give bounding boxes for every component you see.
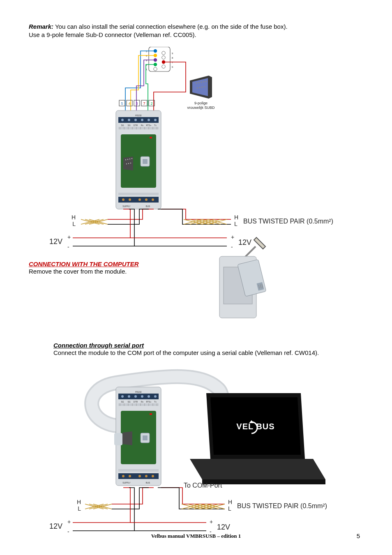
heading-serial-port: Connection through serial port	[53, 342, 363, 349]
svg-point-167	[138, 475, 141, 477]
svg-text:Rx: Rx	[141, 401, 144, 403]
svg-point-137	[141, 395, 143, 398]
remark-block: Remark: You can also install the serial …	[29, 23, 363, 39]
svg-text:vrouwelijk SUBD: vrouwelijk SUBD	[187, 106, 215, 110]
svg-text:3: 3	[146, 59, 148, 62]
text-remove-cover: Remove the cover from the module.	[29, 267, 363, 276]
svg-point-38	[141, 119, 143, 121]
svg-text:12V: 12V	[49, 237, 62, 246]
svg-text:SG: SG	[121, 401, 124, 403]
figure-subd-wiring: 5 4 3 2 1 9 8 7 6 9-polige	[38, 47, 354, 256]
footer-text: Velbus manual VMBRSUSB – edition 1	[0, 533, 392, 539]
svg-point-74	[129, 198, 131, 201]
svg-point-65	[131, 158, 132, 159]
svg-text:DTR: DTR	[134, 401, 138, 403]
svg-text:Tx: Tx	[154, 124, 157, 127]
remark-text-line1: You can also install the serial connecti…	[53, 23, 288, 30]
svg-text:Rx: Rx	[141, 124, 144, 127]
svg-text:RTS+: RTS+	[146, 401, 152, 403]
svg-point-25	[203, 81, 204, 82]
svg-marker-160	[122, 431, 132, 445]
svg-text:5: 5	[146, 50, 148, 53]
svg-text:4: 4	[146, 55, 148, 57]
page-number: 5	[357, 532, 360, 539]
svg-rect-48	[118, 127, 159, 129]
svg-rect-163	[118, 469, 159, 472]
svg-point-26	[205, 81, 207, 82]
svg-point-36	[128, 119, 130, 121]
heading-connection-computer: CONNECTION WITH THE COMPUTER	[29, 260, 363, 267]
svg-text:+: +	[210, 518, 213, 525]
svg-point-139	[154, 395, 157, 398]
svg-rect-70	[143, 159, 148, 164]
svg-point-77	[152, 198, 154, 201]
svg-text:L: L	[72, 221, 76, 227]
svg-text:H: H	[77, 499, 81, 505]
svg-point-169	[152, 475, 154, 477]
svg-point-22	[196, 82, 197, 83]
svg-text:4: 4	[128, 101, 130, 106]
svg-text:RS232: RS232	[135, 114, 142, 117]
svg-point-24	[201, 81, 202, 83]
svg-text:H: H	[71, 214, 76, 221]
svg-point-165	[122, 475, 125, 477]
svg-text:DTR: DTR	[134, 124, 138, 127]
svg-point-68	[130, 162, 131, 163]
svg-text:RTS+: RTS+	[146, 124, 152, 127]
svg-text:7: 7	[143, 101, 145, 106]
svg-text:H: H	[234, 214, 238, 221]
svg-point-135	[128, 395, 130, 398]
svg-text:5: 5	[121, 101, 123, 106]
svg-point-28	[199, 87, 200, 88]
svg-text:7: 7	[172, 61, 173, 64]
svg-text:BUS TWISTED PAIR (0.5mm²): BUS TWISTED PAIR (0.5mm²)	[243, 218, 333, 225]
svg-text:To COM-Port: To COM-Port	[184, 482, 222, 489]
svg-text:BUS TWISTED PAIR (0.5mm²): BUS TWISTED PAIR (0.5mm²)	[237, 502, 327, 509]
svg-point-35	[121, 119, 124, 121]
svg-point-134	[121, 395, 124, 398]
svg-text:9-polige: 9-polige	[194, 101, 208, 105]
svg-point-7	[162, 51, 165, 54]
svg-text:RS232: RS232	[135, 391, 142, 393]
svg-point-64	[129, 158, 130, 159]
svg-point-23	[198, 82, 199, 83]
svg-text:SG: SG	[127, 401, 130, 403]
svg-point-37	[134, 119, 137, 121]
svg-point-63	[127, 159, 128, 159]
svg-text:BUS: BUS	[146, 205, 150, 207]
svg-rect-162	[143, 435, 148, 440]
svg-point-39	[148, 119, 150, 121]
svg-marker-129	[190, 459, 325, 479]
svg-text:L: L	[228, 505, 231, 512]
svg-text:SUPPLY: SUPPLY	[122, 481, 131, 484]
svg-point-166	[129, 475, 131, 477]
svg-text:SG: SG	[127, 124, 130, 127]
page: Remark: You can also install the serial …	[0, 0, 392, 555]
svg-rect-133	[118, 394, 159, 399]
svg-point-29	[201, 86, 203, 88]
svg-point-67	[128, 163, 129, 164]
svg-text:9: 9	[172, 52, 173, 55]
svg-point-138	[148, 395, 150, 398]
svg-text:12V: 12V	[49, 522, 62, 530]
text-serial-port: Connect the module to the COM port of th…	[53, 349, 363, 357]
svg-point-62	[125, 159, 126, 160]
svg-rect-159	[114, 433, 122, 445]
svg-text:SUPPLY: SUPPLY	[122, 205, 131, 207]
svg-text:8: 8	[172, 57, 173, 59]
svg-point-168	[145, 475, 148, 477]
svg-rect-71	[118, 193, 159, 195]
svg-text:Tx: Tx	[154, 401, 157, 403]
remark-text-line2: Use a 9-pole female Sub-D connector (Vel…	[29, 31, 196, 38]
svg-point-136	[134, 395, 137, 398]
remark-label: Remark:	[29, 23, 53, 30]
svg-text:2: 2	[150, 101, 152, 106]
svg-text:12V: 12V	[217, 523, 230, 531]
svg-point-73	[122, 198, 125, 201]
svg-point-40	[154, 119, 157, 121]
svg-point-27	[196, 87, 198, 88]
svg-text:L: L	[78, 505, 81, 512]
svg-text:+: +	[67, 518, 71, 525]
svg-rect-146	[118, 403, 159, 406]
svg-rect-158	[150, 413, 152, 415]
